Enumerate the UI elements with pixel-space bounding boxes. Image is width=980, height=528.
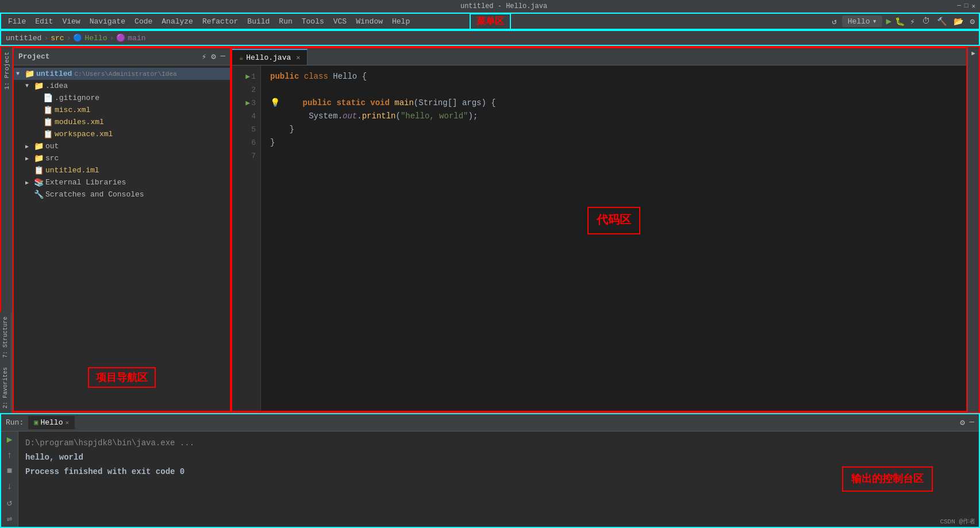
menu-item-refactor[interactable]: Refactor [198,15,243,28]
tree-path-root: C:\Users\Administrator\Idea [74,71,176,78]
tree-item-modules[interactable]: 📋 modules.xml [14,116,230,128]
panel-header: Project ⚡ ⚙ ─ [14,48,230,65]
bulb-icon[interactable]: 💡 [270,96,280,110]
kw-class: class [304,70,333,84]
menu-item-tools[interactable]: Tools [297,15,329,28]
console-stop-btn[interactable]: ■ [3,465,17,476]
menu-item-build[interactable]: Build [243,15,274,28]
console-output[interactable]: D:\program\hspjdk8\bin\java.exe ... hell… [18,431,979,527]
side-tab-right-1[interactable]: ▶ [970,49,977,57]
tab-close-btn[interactable]: ✕ [296,53,300,62]
run-label: Run: [6,418,24,427]
sync-icon[interactable]: ⚡ [202,52,206,61]
console-up-btn[interactable]: ↑ [3,450,17,461]
menu-item-view[interactable]: View [57,15,84,28]
bottom-tab-icon: ▣ [34,418,38,427]
menu-item-window[interactable]: Window [351,15,387,28]
menu-item-run[interactable]: Run [274,15,297,28]
editor-tab-hello[interactable]: ☕ Hello.java ✕ [232,49,308,65]
project-tree: ▼ 📁 untitled C:\Users\Administrator\Idea… [14,65,230,411]
tree-label-modules: modules.xml [55,118,104,126]
coverage-button[interactable]: ⚡ [908,16,916,28]
tree-item-gitignore[interactable]: 📄 .gitignore [14,92,230,104]
project-panel: Project ⚡ ⚙ ─ ▼ 📁 untitled C:\Users\Admi… [13,47,231,412]
console-down-btn[interactable]: ↓ [3,481,17,492]
title-bar-title: untitled - Hello.java [51,2,957,10]
breadcrumb-class-name[interactable]: Hello [84,34,107,43]
menu-bar: File Edit View Navigate Code Analyze Ref… [0,13,980,30]
indent-5 [270,122,290,137]
run-gutter-3[interactable]: ▶ [245,97,250,110]
ln-6: 6 [251,136,256,149]
run-button[interactable]: ▶ [886,16,891,27]
breadcrumb-method[interactable]: main [128,34,145,43]
back-icon[interactable]: ↺ [830,16,838,28]
bottom-tabs: Run: ▣ Hello ✕ ⚙ ─ [1,414,979,431]
code-line-1: public class Hello { [270,70,957,83]
tree-item-idea[interactable]: ▼ 📁 .idea [14,80,230,92]
tree-item-root[interactable]: ▼ 📁 untitled C:\Users\Administrator\Idea [14,68,230,80]
tree-item-misc[interactable]: 📋 misc.xml [14,104,230,116]
settings-icon[interactable]: ⚙ [969,16,977,28]
console-run-btn[interactable]: ▶ [3,434,17,445]
side-tab-favorites[interactable]: 2: Favorites [2,367,9,408]
run-config-dropdown-icon[interactable]: ▾ [873,17,877,26]
breadcrumb-sep-2: › [67,34,71,43]
console-line-1: D:\program\hspjdk8\bin\java.exe ... [25,436,972,450]
debug-button[interactable]: 🐛 [895,17,905,26]
console-rerun-btn[interactable]: ↺ [3,497,17,508]
console-text-2: hello, world [25,450,83,465]
code-line-3: 💡 public static void main ( String [] ar… [270,97,957,110]
editor-area: ☕ Hello.java ✕ ▶1 2 ▶3 4 5 6 7 [231,47,967,412]
tree-label-misc: misc.xml [55,106,90,114]
menu-item-code[interactable]: Code [130,15,157,28]
editor-tabs: ☕ Hello.java ✕ [232,48,966,65]
kw-public-3: public [303,96,337,110]
menu-item-file[interactable]: File [3,15,30,28]
tree-item-workspace[interactable]: 📋 workspace.xml [14,128,230,140]
tree-item-iml[interactable]: 📋 untitled.iml [14,164,230,176]
close-panel-icon[interactable]: ─ [221,52,225,61]
menu-item-edit[interactable]: Edit [30,15,57,28]
main-container: 1: Project Project ⚡ ⚙ ─ ▼ 📁 untitled C:… [0,46,980,413]
maximize-button[interactable]: □ [964,2,969,10]
tree-icon-workspace: 📋 [43,129,53,139]
side-tab-project[interactable]: 1: Project [3,52,10,90]
menu-item-analyze[interactable]: Analyze [157,15,198,28]
bottom-tab-close[interactable]: ✕ [65,419,69,426]
bottom-panel: Run: ▣ Hello ✕ ⚙ ─ ▶ ↑ ■ ↓ ↺ ⇌ D:\progra… [0,413,980,528]
menu-item-navigate[interactable]: Navigate [85,15,130,28]
run-gutter-1[interactable]: ▶ [245,70,250,83]
side-tab-structure[interactable]: 7: Structure [2,317,9,358]
tree-label-extlib: External Libraries [45,178,126,187]
code-line-2 [270,83,957,97]
kw-public-1: public [270,70,304,84]
kw-void: void [370,96,394,110]
breadcrumb-project[interactable]: untitled [6,34,41,43]
tree-item-extlib[interactable]: ▶ 📚 External Libraries [14,176,230,188]
breadcrumb-src[interactable]: src [51,34,64,43]
bottom-settings-icon[interactable]: ⚙ [960,418,964,427]
open-folder-icon[interactable]: 📂 [952,16,965,28]
build-button[interactable]: 🔨 [935,16,948,28]
bottom-tab-hello[interactable]: ▣ Hello ✕ [28,416,75,429]
bottom-minimize-icon[interactable]: ─ [970,418,974,427]
tree-item-src[interactable]: ▶ 📁 src [14,152,230,164]
tree-item-out[interactable]: ▶ 📁 out [14,140,230,152]
menu-item-help[interactable]: Help [387,15,414,28]
breadcrumb-method-icon: 🟣 [116,33,125,43]
tree-label-workspace: workspace.xml [55,130,113,138]
minimize-button[interactable]: ─ [957,2,961,10]
title-bar-controls: ─ □ ✕ [957,2,975,10]
tree-item-scratches[interactable]: 🔧 Scratches and Consoles [14,188,230,201]
profile-button[interactable]: ⏱ [920,16,932,27]
run-config-selector[interactable]: Hello ▾ [842,16,883,27]
code-content[interactable]: public class Hello { 💡 public static voi… [261,65,966,411]
tree-icon-extlib: 📚 [33,178,44,187]
menu-item-vcs[interactable]: VCS [329,15,351,28]
settings-panel-icon[interactable]: ⚙ [211,52,216,61]
console-wrap-btn[interactable]: ⇌ [3,513,17,525]
close-button[interactable]: ✕ [971,2,975,10]
code-line-5: } [270,123,957,136]
console-text-1: D:\program\hspjdk8\bin\java.exe ... [25,436,194,450]
